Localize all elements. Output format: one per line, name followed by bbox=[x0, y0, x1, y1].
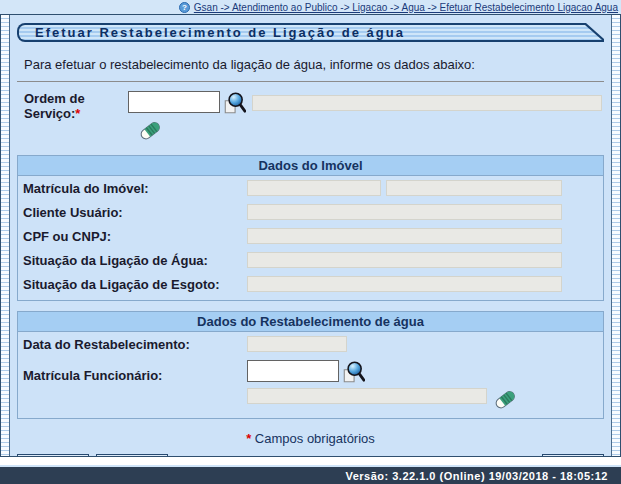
ordem-servico-description-field bbox=[252, 95, 602, 111]
situacao-agua-label: Situação da Ligação de Água: bbox=[23, 253, 247, 268]
cliente-usuario-row: Cliente Usuário: bbox=[18, 200, 603, 224]
breadcrumb-bar: ? Gsan -> Atendimento ao Publico -> Liga… bbox=[0, 0, 621, 14]
matricula-funcionario-name-field bbox=[247, 388, 487, 404]
matricula-imovel-row: Matrícula do Imóvel: bbox=[18, 176, 603, 200]
situacao-esgoto-row: Situação da Ligação de Esgoto: bbox=[18, 272, 603, 296]
dados-restabelecimento-header: Dados do Restabelecimento de água bbox=[18, 312, 603, 332]
action-button-row: Desfazer Cancelar Efetuar bbox=[17, 446, 604, 456]
ordem-servico-input[interactable] bbox=[128, 91, 220, 113]
cliente-usuario-field bbox=[247, 204, 562, 220]
ordem-servico-label: Ordem de Serviço:* bbox=[24, 91, 128, 121]
breadcrumb[interactable]: Gsan -> Atendimento ao Publico -> Ligaca… bbox=[194, 2, 618, 13]
page-title-bar: Efetuar Restabelecimento de Ligação de á… bbox=[17, 23, 604, 42]
ordem-servico-controls bbox=[128, 91, 252, 145]
cpf-cnpj-label: CPF ou CNPJ: bbox=[23, 229, 247, 244]
page-title-inner: Efetuar Restabelecimento de Ligação de á… bbox=[19, 25, 602, 40]
cpf-cnpj-row: CPF ou CNPJ: bbox=[18, 224, 603, 248]
cancelar-button[interactable]: Cancelar bbox=[96, 454, 168, 456]
dados-imovel-panel: Dados do Imóvel Matrícula do Imóvel: Cli… bbox=[17, 155, 604, 301]
matricula-imovel-label: Matrícula do Imóvel: bbox=[23, 181, 247, 196]
search-icon bbox=[222, 91, 246, 115]
required-asterisk: * bbox=[75, 106, 80, 121]
version-status-bar: Versão: 3.22.1.0 (Online) 19/03/2018 - 1… bbox=[0, 465, 621, 484]
situacao-esgoto-field bbox=[247, 276, 562, 292]
ordem-servico-row: Ordem de Serviço:* bbox=[24, 91, 604, 145]
matricula-funcionario-row: Matrícula Funcionário: bbox=[18, 356, 603, 414]
dados-restabelecimento-panel: Dados do Restabelecimento de água Data d… bbox=[17, 311, 604, 419]
efetuar-button[interactable]: Efetuar bbox=[542, 454, 604, 456]
left-striped-border bbox=[1, 15, 10, 456]
matricula-funcionario-input[interactable] bbox=[247, 360, 339, 382]
situacao-agua-field bbox=[247, 252, 562, 268]
matricula-funcionario-clear-button[interactable] bbox=[493, 388, 517, 412]
data-restabelecimento-field bbox=[247, 336, 347, 352]
ordem-servico-search-button[interactable] bbox=[222, 91, 246, 115]
desfazer-button[interactable]: Desfazer bbox=[17, 454, 89, 456]
matricula-imovel-field-1 bbox=[247, 180, 381, 196]
eraser-icon bbox=[494, 388, 516, 410]
help-icon[interactable]: ? bbox=[179, 2, 190, 13]
cliente-usuario-label: Cliente Usuário: bbox=[23, 205, 247, 220]
form-content: Efetuar Restabelecimento de Ligação de á… bbox=[10, 15, 611, 456]
situacao-agua-row: Situação da Ligação de Água: bbox=[18, 248, 603, 272]
situacao-esgoto-label: Situação da Ligação de Esgoto: bbox=[23, 277, 247, 292]
version-text: Versão: 3.22.1.0 (Online) 19/03/2018 - 1… bbox=[345, 470, 608, 482]
intro-text: Para efetuar o restabelecimento da ligaç… bbox=[24, 57, 604, 72]
right-striped-border bbox=[611, 15, 620, 456]
dados-imovel-header: Dados do Imóvel bbox=[18, 156, 603, 176]
search-icon bbox=[341, 360, 365, 384]
matricula-funcionario-search-button[interactable] bbox=[341, 360, 365, 384]
gsan-app: ? Gsan -> Atendimento ao Publico -> Liga… bbox=[0, 0, 621, 484]
eraser-icon bbox=[139, 119, 161, 141]
page-title: Efetuar Restabelecimento de Ligação de á… bbox=[35, 25, 405, 40]
required-fields-note: * Campos obrigatórios bbox=[16, 431, 605, 446]
ordem-servico-clear-button[interactable] bbox=[138, 119, 162, 143]
data-restabelecimento-row: Data do Restabelecimento: bbox=[18, 332, 603, 356]
matricula-funcionario-controls bbox=[247, 360, 598, 412]
separator-line bbox=[17, 81, 604, 82]
main-window: Efetuar Restabelecimento de Ligação de á… bbox=[0, 14, 621, 457]
matricula-funcionario-label: Matrícula Funcionário: bbox=[23, 360, 247, 383]
data-restabelecimento-label: Data do Restabelecimento: bbox=[23, 337, 247, 352]
matricula-imovel-field-2 bbox=[386, 180, 562, 196]
cpf-cnpj-field bbox=[247, 228, 562, 244]
